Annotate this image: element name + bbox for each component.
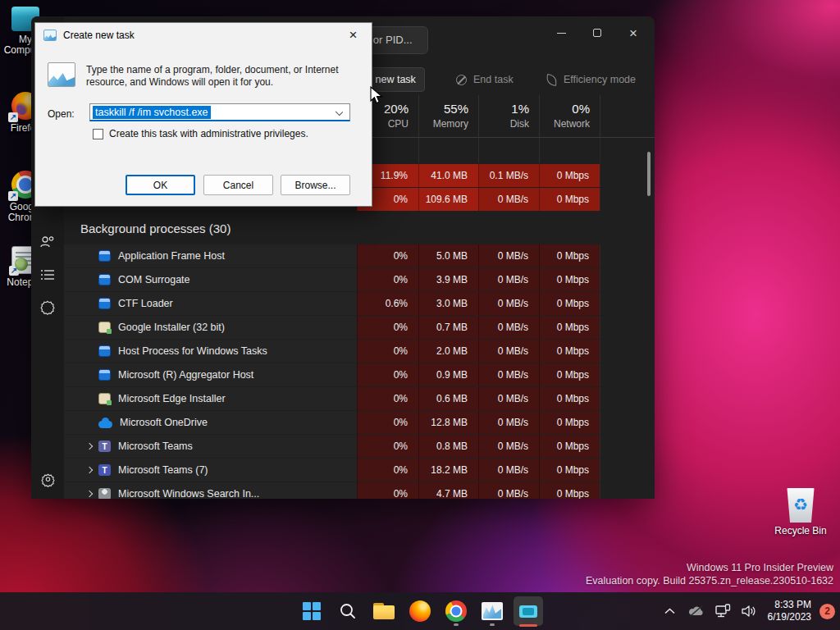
process-name: COM Surrogate (118, 274, 190, 285)
dialog-buttons: OK Cancel Browse... (35, 167, 372, 206)
process-name: Microsoft Teams (118, 441, 193, 452)
background-processes-header[interactable]: Background processes (30) (64, 212, 655, 244)
column-header-memory[interactable]: 55% Memory (418, 95, 478, 137)
network-value: 0 Mbps (539, 340, 600, 363)
extra-cell (600, 244, 655, 267)
taskbar-firefox[interactable] (402, 595, 438, 628)
ok-button[interactable]: OK (126, 175, 195, 195)
expander-chevron-icon[interactable] (80, 444, 98, 449)
scrollbar-thumb[interactable] (647, 152, 651, 196)
process-name-cell: Host Process for Windows Tasks (64, 340, 357, 363)
memory-value: 0.6 MB (418, 387, 478, 410)
shortcut-arrow-icon: ↗ (8, 191, 18, 201)
extra-cell (600, 316, 655, 339)
desktop: My Computer ↗ Firefox ↗ Google Chrome ↗ … (0, 0, 840, 630)
cpu-value: 0% (357, 363, 418, 386)
process-row[interactable]: TMicrosoft Teams0%0.8 MB0 MB/s0 Mbps (64, 435, 655, 458)
memory-value: 0.7 MB (418, 316, 478, 339)
combobox-selected-text: taskkill /f /im svchost.exe (93, 106, 211, 119)
chevron-down-icon[interactable] (336, 108, 343, 116)
network-value: 0 Mbps (539, 164, 600, 187)
column-header-network[interactable]: 0% Network (539, 95, 600, 137)
browse-button[interactable]: Browse... (281, 175, 350, 195)
extra-cell (600, 340, 655, 363)
running-indicator (490, 623, 495, 626)
disk-value: 0 MB/s (478, 292, 539, 315)
windows-logo-icon (303, 602, 321, 620)
minimize-button[interactable] (543, 18, 579, 48)
start-button[interactable] (294, 595, 330, 628)
process-row[interactable]: Application Frame Host0%5.0 MB0 MB/s0 Mb… (64, 244, 655, 267)
admin-privileges-checkbox[interactable] (93, 129, 103, 139)
taskbar-search-button[interactable] (330, 595, 366, 628)
dialog-description: Type the name of a program, folder, docu… (86, 64, 357, 89)
process-row[interactable]: Microsoft OneDrive0%12.8 MB0 MB/s0 Mbps (64, 411, 655, 434)
admin-privileges-checkbox-row: Create this task with administrative pri… (93, 128, 308, 139)
sidebar-item-settings[interactable] (38, 470, 57, 490)
active-indicator (519, 624, 537, 627)
tray-chevron-up-button[interactable] (660, 599, 681, 623)
column-header-extra (600, 95, 655, 137)
maximize-button[interactable] (579, 18, 615, 48)
extra-cell (600, 292, 655, 315)
cancel-button[interactable]: Cancel (203, 175, 273, 195)
dialog-close-button[interactable]: × (335, 23, 372, 48)
expander-chevron-icon[interactable] (80, 491, 98, 496)
taskbar-task-manager[interactable] (474, 595, 510, 628)
volume-tray-button[interactable] (738, 599, 760, 623)
active-app-highlight (514, 596, 543, 626)
memory-value: 0.9 MB (418, 363, 478, 386)
taskbar-file-explorer[interactable] (366, 595, 402, 628)
app-window-icon (98, 298, 111, 309)
cpu-value: 0.6% (357, 292, 418, 315)
memory-value: 12.8 MB (418, 411, 478, 434)
minimize-icon (557, 33, 566, 34)
disk-value: 0 MB/s (478, 340, 539, 363)
process-row[interactable]: Microsoft Windows Search In...0%4.7 MB0 … (64, 482, 655, 499)
process-name-cell: Microsoft (R) Aggregator Host (64, 363, 357, 386)
close-button[interactable]: × (615, 18, 651, 48)
speaker-icon (741, 605, 757, 618)
process-row[interactable]: TMicrosoft Teams (7)0%18.2 MB0 MB/s0 Mbp… (64, 459, 655, 482)
leaf-icon (546, 73, 558, 85)
process-row[interactable]: CTF Loader0.6%3.0 MB0 MB/s0 Mbps (64, 292, 655, 315)
cpu-value: 0% (357, 435, 418, 458)
efficiency-mode-button[interactable]: Efficiency mode (546, 74, 636, 85)
extra-cell (600, 363, 655, 386)
taskbar: 8:33 PM 6/19/2023 2 (0, 592, 840, 630)
network-value: 0 Mbps (539, 188, 600, 211)
expander-chevron-icon[interactable] (80, 468, 98, 472)
create-new-task-icon (519, 605, 537, 618)
run-dialog-icon (48, 62, 75, 87)
open-combobox[interactable]: taskkill /f /im svchost.exe (89, 103, 350, 121)
process-row[interactable]: COM Surrogate0%3.9 MB0 MB/s0 Mbps (64, 268, 655, 291)
cpu-value: 0% (357, 482, 418, 499)
search-indexer-icon (98, 488, 111, 499)
network-tray-button[interactable] (712, 599, 733, 623)
notification-badge[interactable]: 2 (819, 604, 835, 619)
tray-date: 6/19/2023 (768, 611, 811, 623)
taskbar-chrome[interactable] (438, 595, 474, 628)
taskbar-create-new-task[interactable] (510, 595, 546, 628)
end-task-button[interactable]: End task (456, 74, 514, 85)
disk-value: 0 MB/s (478, 411, 539, 434)
extra-cell (600, 188, 655, 211)
sidebar-item-users[interactable] (38, 232, 57, 252)
sidebar-item-details[interactable] (38, 265, 57, 285)
onedrive-tray-button[interactable] (686, 599, 707, 623)
memory-value: 109.6 MB (418, 188, 478, 211)
cpu-value: 0% (357, 316, 418, 339)
process-row[interactable]: Microsoft Edge Installer0%0.6 MB0 MB/s0 … (64, 387, 655, 410)
process-row[interactable]: Host Process for Windows Tasks0%2.0 MB0 … (64, 340, 655, 363)
process-name-cell: Microsoft Windows Search In... (64, 482, 357, 499)
cpu-value: 0% (357, 244, 418, 267)
sidebar-item-services[interactable] (38, 298, 57, 317)
checkbox-label: Create this task with administrative pri… (109, 128, 308, 139)
desktop-icon-recycle-bin[interactable]: Recycle Bin (769, 488, 832, 536)
process-row[interactable]: Google Installer (32 bit)0%0.7 MB0 MB/s0… (64, 316, 655, 339)
clock[interactable]: 8:33 PM 6/19/2023 (768, 599, 811, 623)
network-value: 0 Mbps (539, 387, 600, 410)
watermark-line2: Evaluation copy. Build 25375.zn_release.… (586, 574, 833, 587)
process-row[interactable]: Microsoft (R) Aggregator Host0%0.9 MB0 M… (64, 363, 655, 386)
column-header-disk[interactable]: 1% Disk (478, 95, 539, 137)
